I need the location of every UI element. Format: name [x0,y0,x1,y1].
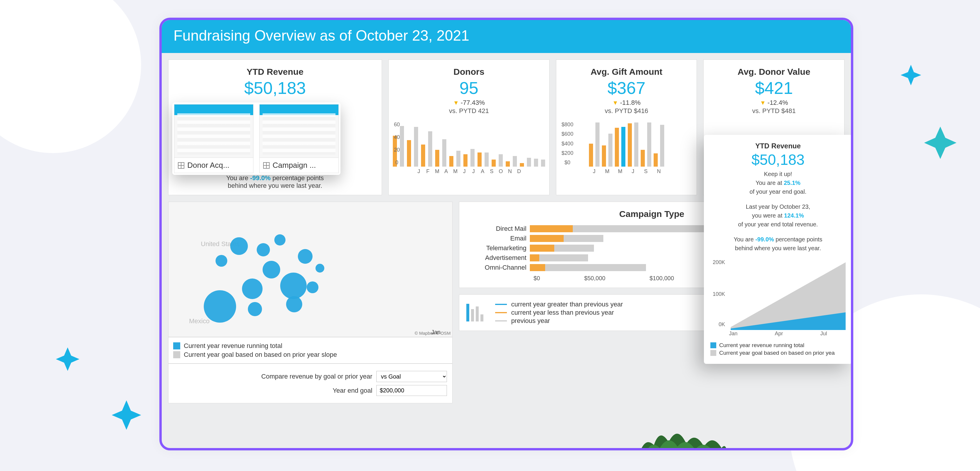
chart-thumbnails: Donor Acq... Campaign ... [172,102,340,175]
donors-bar-chart [393,123,545,167]
svg-marker-3 [112,400,141,430]
donor-map[interactable]: United States Mexico © Mapbox © OSM Jan [168,202,452,337]
x-axis: JFMAMJJASOND [393,168,545,174]
compare-label: Compare revenue by goal or prior year [174,373,372,380]
sparkle-icon [112,400,141,430]
kpi-donors[interactable]: Donors 95 ▼ -77.43% vs. PYTD 421 6040200 [388,59,550,195]
x-axis: JanAprJul [710,330,846,337]
down-arrow-icon: ▼ [453,99,459,106]
grid-icon [263,162,270,169]
ytd-revenue-popup: YTD Revenue $50,183 Keep it up! You are … [704,135,852,364]
kpi-pytd: vs. PYTD $416 [560,107,693,115]
sparkle-icon [900,65,921,85]
dashboard-frame: Fundraising Overview as of October 23, 2… [159,18,853,450]
kpi-value: 95 [393,78,545,98]
bush-decoration-icon [639,418,727,450]
kpi-pytd: vs. PYTD 421 [393,107,545,115]
revenue-controls: Compare revenue by goal or prior year vs… [168,364,452,403]
svg-marker-0 [900,65,921,85]
compare-select[interactable]: vs Goal [376,371,447,382]
category-label: Omni-Channel [468,264,530,271]
thumbnail-donor-acq[interactable]: Donor Acq... [174,104,253,173]
mini-bars-icon [466,304,484,321]
popup-title: YTD Revenue [710,142,846,150]
kpi-label: YTD Revenue [173,67,377,77]
revenue-legend: Current year revenue running total Curre… [168,337,452,364]
goal-label: Year end goal [174,387,372,394]
kpi-label: Avg. Donor Value [708,67,840,77]
map-x-label: Jan [431,329,441,335]
kpi-pytd: vs. PYTD $481 [708,107,840,115]
svg-marker-2 [56,347,80,371]
kpi-avg-gift[interactable]: Avg. Gift Amount $367 ▼ -11.8% vs. PYTD … [556,59,697,195]
kpi-delta: ▼ -11.8% [560,99,693,107]
kpi-value: $367 [560,78,693,98]
kpi-label: Donors [393,67,545,77]
kpi-label: Avg. Gift Amount [560,67,693,77]
kpi-note: behind where you were last year. [173,182,377,190]
category-label: Email [468,235,530,242]
down-arrow-icon: ▼ [612,99,618,106]
category-label: Advertisement [468,254,530,262]
kpi-delta: ▼ -77.43% [393,99,545,107]
thumbnail-campaign[interactable]: Campaign ... [259,104,339,173]
kpi-value: $421 [708,78,840,98]
kpi-value: $50,183 [173,78,377,98]
gift-bar-chart [560,123,693,167]
x-axis: JMMJSN [560,168,693,174]
thumbnail-label: Campaign ... [272,161,316,170]
page-title: Fundraising Overview as of October 23, 2… [162,20,851,53]
svg-marker-1 [924,126,956,159]
down-arrow-icon: ▼ [760,99,766,106]
kpi-note: You are -99.0% percentage points [173,174,377,182]
thumbnail-label: Donor Acq... [187,161,229,170]
sparkle-icon [56,347,80,371]
revenue-area-chart: 200K 100K 0K [710,259,846,330]
goal-input[interactable] [376,385,447,396]
sparkle-icon [924,126,956,159]
grid-icon [178,162,185,169]
category-label: Telemarketing [468,244,530,252]
category-label: Direct Mail [468,225,530,233]
map-label: Mexico [189,317,210,325]
kpi-delta: ▼ -12.4% [708,99,840,107]
popup-value: $50,183 [710,151,846,168]
